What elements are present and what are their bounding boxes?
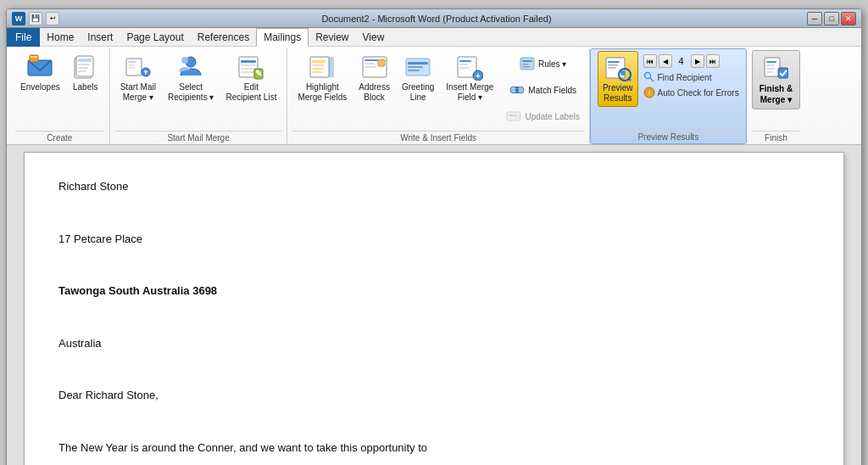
rules-label: Rules ▾ [538,59,566,69]
create-buttons: Envelopes [15,50,104,129]
quick-undo-btn[interactable]: ↩ [46,12,59,25]
svg-text:!: ! [648,89,650,97]
address-block-button[interactable]: AddressBlock [353,50,395,106]
menu-file[interactable]: File [7,28,40,47]
svg-rect-27 [312,68,324,70]
svg-text:+: + [476,71,481,81]
start-merge-group-label: Start Mail Merge [115,131,282,144]
auto-check-errors-label: Auto Check for Errors [658,88,739,98]
ribbon-group-preview-results: PreviewResults ⏮ ◀ 4 ▶ ⏭ [590,48,747,144]
envelopes-label: Envelopes [20,82,60,92]
edit-recipient-list-icon: ✎ [237,53,264,81]
svg-rect-26 [312,64,324,66]
preview-results-label: PreviewResults [603,83,633,104]
preview-results-group-label: Preview Results [598,130,739,143]
svg-rect-72 [766,71,773,73]
svg-rect-59 [608,64,618,66]
preview-buttons: PreviewResults ⏮ ◀ 4 ▶ ⏭ [598,51,739,128]
svg-rect-42 [459,67,470,69]
svg-rect-20 [241,68,256,70]
svg-rect-58 [608,61,620,63]
svg-rect-5 [78,59,92,62]
match-fields-button[interactable]: Match Fields [500,78,584,103]
start-mail-merge-label: Start MailMerge ▾ [120,82,156,103]
doc-line-empty1 [58,204,810,222]
doc-line-address: 17 Petcare Place [58,231,810,249]
finish-merge-button[interactable]: Finish &Merge ▾ [752,50,800,109]
title-bar: W 💾 ↩ Document2 - Microsoft Word (Produc… [7,9,861,28]
finish-merge-icon [763,54,788,80]
svg-point-16 [181,57,188,64]
menu-page-layout[interactable]: Page Layout [120,28,190,47]
finish-group-label: Finish [752,131,800,144]
finish-buttons: Finish &Merge ▾ [752,50,800,129]
find-recipient-row[interactable]: Find Recipient [643,71,739,83]
menu-review[interactable]: Review [309,28,355,47]
first-record-button[interactable]: ⏮ [643,54,657,68]
greeting-line-button[interactable]: GreetingLine [397,50,439,106]
svg-rect-6 [78,64,90,65]
svg-rect-73 [778,68,788,78]
svg-rect-38 [408,70,420,71]
update-labels-button[interactable]: ↻ Update Labels [500,104,584,129]
highlight-merge-fields-button[interactable]: HighlightMerge Fields [292,50,352,106]
ribbon-group-create: Envelopes [10,48,110,144]
menu-home[interactable]: Home [40,28,81,47]
match-fields-icon [508,81,526,99]
svg-rect-10 [128,61,136,63]
quick-save-btn[interactable]: 💾 [29,12,42,25]
select-recipients-button[interactable]: SelectRecipients ▾ [163,50,219,106]
start-merge-buttons: ▼ Start MailMerge ▾ [115,50,282,129]
doc-line-city: Tawonga South Australia 3698 [58,283,810,300]
close-button[interactable]: ✕ [841,12,856,25]
svg-rect-34 [378,59,385,66]
window-controls: ─ □ ✕ [807,12,856,25]
next-record-button[interactable]: ▶ [691,54,704,68]
preview-results-button[interactable]: PreviewResults [598,51,638,107]
ribbon-group-write-insert: HighlightMerge Fields Add [287,48,590,144]
maximize-button[interactable]: □ [824,12,839,25]
svg-rect-21 [241,71,256,73]
svg-rect-70 [766,64,775,66]
edit-recipient-list-button[interactable]: ✎ EditRecipient List [220,50,281,106]
labels-icon [72,53,99,81]
svg-rect-18 [241,60,256,63]
svg-point-64 [644,73,650,79]
update-labels-label: Update Labels [525,112,580,121]
prev-record-button[interactable]: ◀ [659,54,672,68]
envelopes-button[interactable]: Envelopes [15,50,65,95]
ribbon-group-finish: Finish &Merge ▾ Finish [747,48,805,144]
ribbon-content: Envelopes [10,48,858,144]
doc-line-empty2 [58,256,810,274]
insert-merge-field-button[interactable]: + Insert MergeField ▾ [441,50,498,106]
start-mail-merge-button[interactable]: ▼ Start MailMerge ▾ [115,50,161,106]
svg-rect-71 [766,68,775,70]
svg-rect-33 [364,66,376,68]
labels-button[interactable]: Labels [67,50,104,95]
minimize-button[interactable]: ─ [807,12,822,25]
rules-button[interactable]: Rules ▾ [500,52,584,76]
menu-references[interactable]: References [191,28,256,47]
insert-merge-field-icon: + [456,53,483,81]
doc-line-empty5 [58,413,810,431]
svg-text:▼: ▼ [142,69,149,76]
svg-rect-31 [364,59,378,61]
greeting-line-icon [404,53,431,81]
document-page[interactable]: Richard Stone 17 Petcare Place Tawonga S… [24,152,844,465]
menu-view[interactable]: View [356,28,392,47]
svg-text:✎: ✎ [255,69,262,78]
record-number: 4 [674,56,689,66]
menu-insert[interactable]: Insert [81,28,120,47]
svg-point-62 [620,70,626,76]
create-group-label: Create [15,131,104,144]
auto-check-icon: ! [643,87,655,98]
doc-line-country: Australia [58,335,810,353]
menu-bar: File Home Insert Page Layout References … [7,28,861,47]
svg-rect-12 [128,67,135,69]
svg-rect-37 [408,66,423,68]
last-record-button[interactable]: ⏭ [706,54,720,68]
start-mail-merge-icon: ▼ [125,53,152,81]
menu-mailings[interactable]: Mailings [256,28,309,47]
svg-rect-28 [312,71,322,73]
auto-check-errors-row[interactable]: ! Auto Check for Errors [643,87,739,98]
